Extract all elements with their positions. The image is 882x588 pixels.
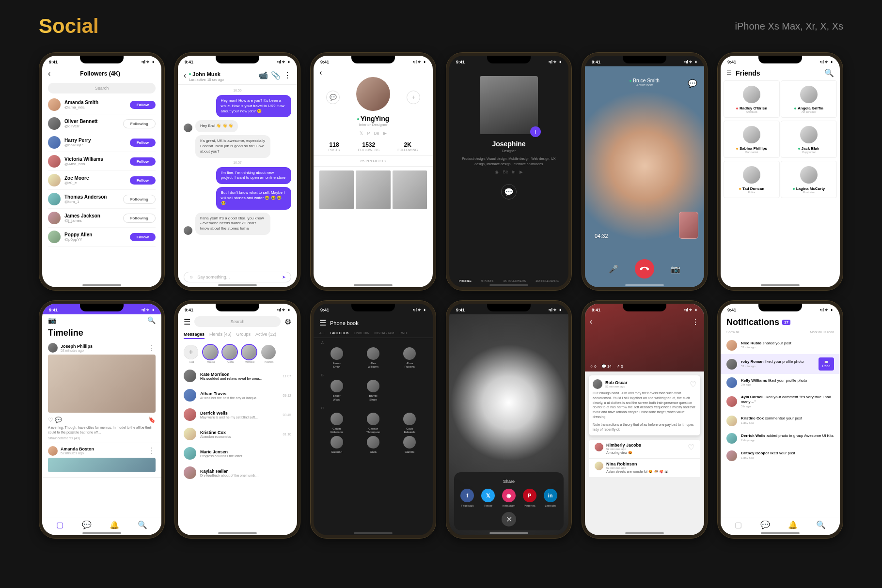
avatar[interactable] xyxy=(595,443,603,451)
msg-tab[interactable]: Fiends (46) xyxy=(209,332,232,339)
menu-icon[interactable]: ☰ xyxy=(726,70,732,77)
search-input[interactable]: Search xyxy=(48,83,156,93)
back-button[interactable]: ‹ xyxy=(184,71,186,80)
story[interactable]: Micheal xyxy=(242,345,257,363)
avatar[interactable] xyxy=(48,155,61,168)
stat-posts[interactable]: 118POSTS xyxy=(329,141,340,152)
notif-item[interactable]: Nico Rubio shared your post52 min ago xyxy=(721,337,840,354)
send-icon[interactable]: ➤ xyxy=(282,275,286,279)
message-item[interactable]: Derrick WellsMay were is and he my set b… xyxy=(178,405,297,424)
profile-tab[interactable]: 268 FOLLOWING xyxy=(536,279,559,282)
story[interactable]: Alora xyxy=(222,345,238,363)
avatar[interactable] xyxy=(48,343,58,353)
show-all[interactable]: Show all xyxy=(726,330,739,334)
back-button[interactable]: ‹ xyxy=(319,68,322,77)
share-option[interactable]: 𝕏Twitter xyxy=(481,489,495,507)
contact[interactable]: Cadman xyxy=(319,436,354,454)
notif-item[interactable]: Kristine Cox commented your post1 day ag… xyxy=(721,412,840,430)
share-option[interactable]: ◉Instagram xyxy=(502,489,516,507)
attach-icon[interactable]: 📎 xyxy=(271,71,281,80)
contact[interactable]: CadeEdwards xyxy=(393,413,427,434)
contact[interactable]: CaitlinRobinson xyxy=(319,413,354,434)
tab-home[interactable]: ▢ xyxy=(735,520,742,529)
pb-tab[interactable]: FACEBOOK xyxy=(330,331,349,335)
tab-chat[interactable]: 💬 xyxy=(760,520,770,529)
avatar[interactable] xyxy=(593,379,602,389)
social-links[interactable]: ◉Bēin▶ xyxy=(457,170,561,174)
msg-tab[interactable]: Active (12) xyxy=(255,332,276,339)
menu-icon[interactable]: ☰ xyxy=(184,317,190,326)
following-button[interactable]: Following xyxy=(123,119,156,128)
mute-button[interactable]: 🎤 xyxy=(607,263,620,275)
contact[interactable]: CaesarThompson xyxy=(356,413,390,434)
avatar[interactable] xyxy=(48,446,58,456)
pb-tab[interactable]: INSTAGRAM xyxy=(374,331,394,335)
project-thumb[interactable] xyxy=(393,170,427,209)
profile-tab[interactable]: 3K FOLLOWERS xyxy=(503,279,526,282)
follow-button[interactable]: Follow xyxy=(130,157,156,166)
message-item[interactable]: Kate MorrisonHis scolded and relays roya… xyxy=(178,366,297,386)
contact[interactable]: AaronSmith xyxy=(319,347,354,369)
avatar[interactable] xyxy=(48,174,61,186)
stat-followers[interactable]: 1532FOLLOWERS xyxy=(358,141,379,152)
follow-button[interactable]: Follow xyxy=(130,139,156,147)
stat-following[interactable]: 2KFOLLOWING xyxy=(397,141,418,152)
message-button[interactable]: 💬 xyxy=(326,91,340,104)
post-image[interactable] xyxy=(48,458,156,472)
pb-tab[interactable]: ALL xyxy=(319,331,325,335)
show-comments[interactable]: Show comments (43) xyxy=(48,436,156,440)
contact[interactable]: AlmaRoberts xyxy=(393,347,427,369)
story[interactable]: Kianna xyxy=(261,345,277,363)
message-item[interactable]: Marie JensenProgress couldn't I the latt… xyxy=(178,444,297,463)
avatar[interactable] xyxy=(595,462,603,470)
chat-icon[interactable]: 💬 xyxy=(688,79,697,88)
tab-search[interactable]: 🔍 xyxy=(816,520,826,529)
notif-item[interactable]: Ayla Cornell liked your comment "it's ve… xyxy=(721,391,840,412)
camera-icon[interactable]: 📷 xyxy=(48,316,56,324)
search-input[interactable]: Search xyxy=(194,316,281,327)
tab-chat[interactable]: 💬 xyxy=(82,520,92,529)
menu-icon[interactable]: ☰ xyxy=(319,318,326,327)
notif-item[interactable]: Britney Cooper liked your post1 day ago xyxy=(721,447,840,464)
avatar[interactable] xyxy=(48,117,61,130)
tab-notif[interactable]: 🔔 xyxy=(110,520,119,529)
close-button[interactable]: ✕ xyxy=(502,512,516,526)
message-item[interactable]: Athan TravisAt was her the best the any … xyxy=(178,386,297,405)
story[interactable]: Mateo xyxy=(203,345,219,363)
friend-card[interactable]: Radley O'BrienArchitect xyxy=(724,80,780,118)
contact[interactable]: BakerWood xyxy=(319,380,354,401)
notif-item[interactable]: Derrick Wells added photo in group Aweso… xyxy=(721,430,840,447)
share-option[interactable]: fFacebook xyxy=(460,489,474,507)
search-icon[interactable]: 🔍 xyxy=(147,316,156,324)
msg-tab[interactable]: Groups xyxy=(236,332,251,339)
project-thumb[interactable] xyxy=(356,170,390,209)
profile-tab[interactable]: PROFILE xyxy=(459,279,472,282)
back-button[interactable]: ‹ xyxy=(590,317,592,326)
avatar[interactable] xyxy=(48,212,61,224)
friend-card[interactable]: Angela GriffinArt Director xyxy=(781,80,837,118)
tab-notif[interactable]: 🔔 xyxy=(788,520,798,529)
follow-button[interactable]: Follow xyxy=(130,101,156,109)
message-item[interactable]: Kaylah HellerDry feedback about of the o… xyxy=(178,463,297,482)
like-icon[interactable]: ♡ xyxy=(690,380,696,389)
more-icon[interactable]: ⋮ xyxy=(148,446,156,455)
friend-card[interactable]: Tad DuncanEditor xyxy=(724,161,780,198)
avatar[interactable] xyxy=(48,98,61,111)
social-links[interactable]: 𝕏PBē▶ xyxy=(319,131,427,136)
contact[interactable]: AlexWilliams xyxy=(356,347,390,369)
self-video[interactable] xyxy=(679,212,698,239)
comment-count[interactable]: 💬 14 xyxy=(601,364,612,369)
share-option[interactable]: PPinterest xyxy=(523,489,536,507)
compose-input[interactable]: ☺Say something...➤ xyxy=(184,272,291,282)
add-button[interactable]: + xyxy=(407,91,420,104)
profile-tab[interactable]: 9 POSTS xyxy=(481,279,493,282)
notif-item[interactable]: Kelly Williams liked your profile photo2… xyxy=(721,374,840,391)
search-icon[interactable]: 🔍 xyxy=(824,68,834,77)
read-button[interactable]: 📖Read xyxy=(819,357,834,371)
contact[interactable]: Calla xyxy=(356,436,390,454)
pb-tab[interactable]: LINKEDIN xyxy=(354,331,369,335)
follow-button[interactable]: Follow xyxy=(130,176,156,185)
friend-card[interactable]: Jack BlairCopywriter xyxy=(781,121,837,158)
message-item[interactable]: Kristine CoxAbandon economics01:10 xyxy=(178,424,297,444)
share-count[interactable]: ↗ 3 xyxy=(616,364,623,369)
